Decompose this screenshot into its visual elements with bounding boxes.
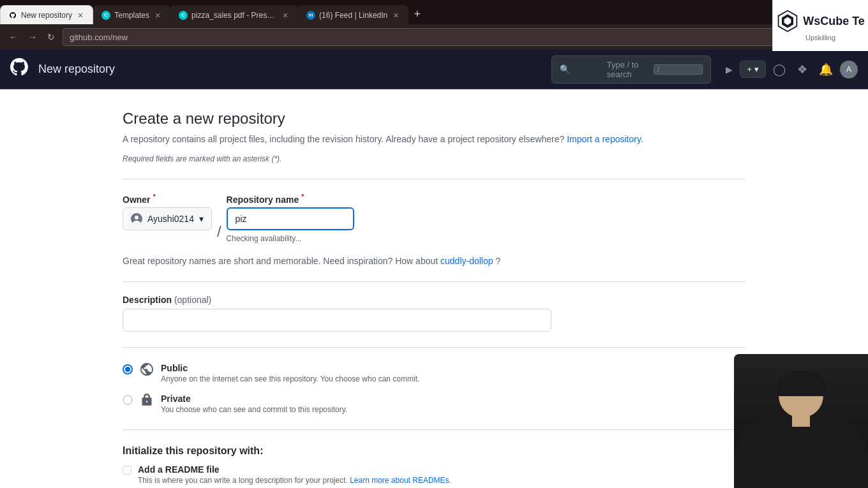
- private-title: Private: [161, 394, 347, 404]
- readme-title: Add a README file: [138, 464, 451, 475]
- person-silhouette: [734, 354, 868, 488]
- linkedin-favicon: in: [306, 11, 315, 20]
- canva-favicon: C: [101, 11, 110, 20]
- avatar[interactable]: A: [840, 61, 858, 78]
- browser-chrome: New repository × C Templates × C pizza_s…: [0, 0, 868, 50]
- search-shortcut: /: [654, 64, 703, 75]
- divider-1: [123, 179, 745, 179]
- search-icon: 🔍: [560, 64, 601, 74]
- owner-select[interactable]: Ayushi0214 ▾: [123, 207, 212, 230]
- owner-value: Ayushi0214: [147, 214, 194, 224]
- wscube-subtitle: Upskilling: [805, 34, 835, 41]
- tab-title-linkedin: (16) Feed | LinkedIn: [319, 11, 387, 20]
- main-content: Create a new repository A repository con…: [112, 89, 756, 488]
- description-field: Description (optional): [123, 295, 745, 332]
- intro-text: A repository contains all project files,…: [123, 134, 745, 144]
- checking-availability-text: Checking availability...: [227, 234, 354, 243]
- private-radio[interactable]: [123, 395, 133, 405]
- private-content: Private You choose who can see and commi…: [161, 394, 347, 414]
- terminal-icon[interactable]: ▶: [721, 60, 737, 79]
- tab-title-new-repo: New repository: [21, 11, 72, 20]
- repo-name-group: Repository name * Checking availability.…: [227, 192, 354, 243]
- github-logo[interactable]: [10, 58, 28, 80]
- readme-checkbox[interactable]: [123, 466, 131, 475]
- search-bar[interactable]: 🔍 Type / to search /: [551, 55, 711, 84]
- description-label: Description (optional): [123, 295, 745, 305]
- readme-link[interactable]: Learn more about READMEs.: [350, 476, 451, 485]
- page-header-title: New repository: [38, 63, 115, 76]
- tab-pizza-sales[interactable]: C pizza_sales pdf - Presentation ×: [170, 5, 298, 24]
- forward-button[interactable]: →: [26, 29, 40, 45]
- intro-description: A repository contains all project files,…: [123, 134, 564, 144]
- private-option: Private You choose who can see and commi…: [123, 394, 745, 414]
- divider-2: [123, 281, 745, 282]
- tab-new-repository[interactable]: New repository ×: [0, 5, 93, 24]
- address-bar: ← → ↻ github.com/new ⊡ ☆: [0, 24, 868, 50]
- page-title: Create a new repository: [123, 110, 745, 128]
- readme-option: Add a README file This is where you can …: [123, 464, 745, 485]
- person-hair: [777, 371, 825, 396]
- tab-templates[interactable]: C Templates ×: [93, 5, 170, 24]
- owner-avatar: [131, 213, 142, 225]
- private-icon: [140, 394, 153, 410]
- search-placeholder: Type / to search: [607, 60, 648, 79]
- back-button[interactable]: ←: [6, 29, 20, 45]
- owner-required-marker: *: [153, 192, 156, 200]
- required-note: Required fields are marked with an aster…: [123, 154, 745, 163]
- description-optional: (optional): [174, 295, 211, 305]
- owner-label: Owner *: [123, 192, 212, 205]
- public-title: Public: [161, 363, 419, 373]
- repo-required-marker: *: [301, 192, 304, 200]
- public-content: Public Anyone on the internet can see th…: [161, 363, 419, 383]
- public-icon: [140, 363, 153, 379]
- chevron-down-icon: ▾: [754, 64, 759, 74]
- address-url: github.com/new: [70, 33, 128, 42]
- tab-close-new-repo[interactable]: ×: [76, 10, 85, 20]
- github-header: New repository 🔍 Type / to search / ▶ + …: [0, 50, 868, 89]
- page-wrapper: New repository × C Templates × C pizza_s…: [0, 0, 868, 488]
- init-title: Initialize this repository with:: [123, 445, 745, 457]
- inspiration-text: Great repository names are short and mem…: [123, 256, 745, 266]
- repo-name-label: Repository name *: [227, 192, 354, 205]
- pull-request-icon[interactable]: ❖: [793, 58, 812, 81]
- owner-field-group: Owner * Ayushi0214 ▾: [123, 192, 212, 230]
- readme-desc: This is where you can write a long descr…: [138, 476, 451, 485]
- wscube-name: WsCube Te: [803, 15, 865, 28]
- visibility-section: Public Anyone on the internet can see th…: [123, 363, 745, 414]
- repo-name-input[interactable]: [227, 207, 354, 230]
- person-body: [734, 418, 868, 488]
- svg-point-4: [135, 216, 138, 219]
- tab-bar: New repository × C Templates × C pizza_s…: [0, 0, 868, 24]
- notifications-icon[interactable]: 🔔: [814, 58, 837, 81]
- divider-3: [123, 347, 745, 348]
- plus-icon: +: [747, 64, 752, 74]
- wscube-badge: WsCube Te Upskilling: [772, 0, 868, 51]
- public-desc: Anyone on the internet can see this repo…: [161, 374, 419, 383]
- tab-linkedin[interactable]: in (16) Feed | LinkedIn ×: [298, 5, 408, 24]
- description-input[interactable]: [123, 309, 551, 332]
- import-repo-link[interactable]: Import a repository.: [567, 134, 643, 144]
- canva-favicon-2: C: [179, 11, 188, 20]
- owner-dropdown-icon: ▾: [199, 214, 204, 224]
- issues-icon[interactable]: ◯: [768, 58, 790, 81]
- person-neck: [792, 414, 810, 427]
- inspiration-link[interactable]: cuddly-dollop: [440, 256, 493, 266]
- wscube-hex-icon: [776, 10, 799, 33]
- address-input[interactable]: github.com/new: [63, 28, 837, 46]
- reload-button[interactable]: ↻: [45, 29, 57, 45]
- init-section: Initialize this repository with: Add a R…: [123, 445, 745, 485]
- private-desc: You choose who can see and commit to thi…: [161, 405, 347, 414]
- tab-close-templates[interactable]: ×: [153, 10, 162, 20]
- public-radio[interactable]: [123, 364, 133, 374]
- person-background: [734, 354, 868, 488]
- tab-title-pizza: pizza_sales pdf - Presentation: [191, 11, 277, 20]
- person-overlay: [734, 354, 868, 488]
- public-option: Public Anyone on the internet can see th…: [123, 363, 745, 383]
- new-tab-button[interactable]: +: [408, 8, 426, 21]
- tab-close-linkedin[interactable]: ×: [391, 10, 400, 20]
- tab-close-pizza[interactable]: ×: [281, 10, 290, 20]
- github-favicon: [8, 11, 17, 20]
- divider-4: [123, 429, 745, 430]
- new-item-button[interactable]: + ▾: [740, 61, 766, 78]
- owner-repo-row: Owner * Ayushi0214 ▾ / Repository name *: [123, 192, 745, 243]
